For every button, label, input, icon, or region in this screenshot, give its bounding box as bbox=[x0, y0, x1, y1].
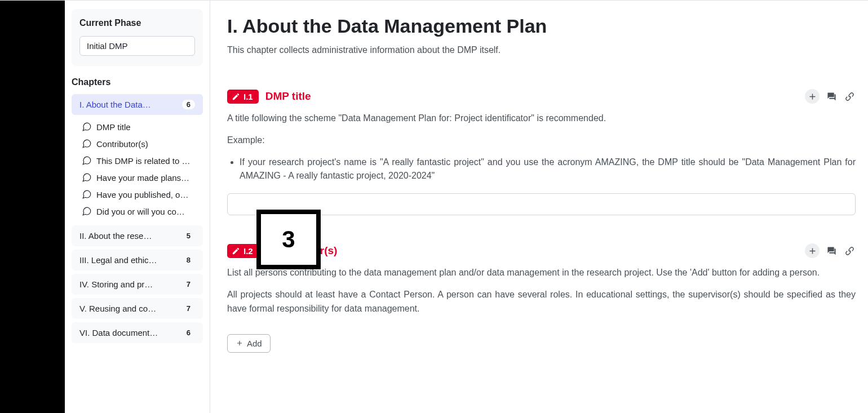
plus-icon bbox=[236, 339, 243, 347]
comment-icon bbox=[82, 172, 92, 183]
chapter-item-about-research[interactable]: II. About the rese… 5 bbox=[72, 225, 203, 246]
link-icon bbox=[845, 246, 854, 256]
comments-icon bbox=[827, 92, 836, 101]
question-number: I.2 bbox=[243, 246, 253, 256]
question-number-badge: I.1 bbox=[227, 90, 259, 104]
comment-icon bbox=[82, 122, 92, 132]
question-label: This DMP is related to … bbox=[96, 156, 200, 166]
pencil-icon bbox=[232, 92, 240, 101]
question-link-contributors[interactable]: Contributor(s) bbox=[72, 135, 203, 152]
phase-card: Current Phase Initial DMP bbox=[72, 9, 203, 66]
chapter-item-legal-ethics[interactable]: III. Legal and ethic… 8 bbox=[72, 250, 203, 270]
chapter-label: I. About the Data… bbox=[79, 100, 178, 109]
chapter-item-storing[interactable]: IV. Storing and pr… 7 bbox=[72, 274, 203, 295]
comments-button[interactable] bbox=[825, 245, 838, 257]
comment-icon bbox=[82, 206, 92, 216]
phase-select[interactable]: Initial DMP bbox=[79, 36, 195, 56]
add-todo-button[interactable] bbox=[805, 243, 820, 258]
comment-icon bbox=[82, 139, 92, 149]
chapter-description: This chapter collects administrative inf… bbox=[227, 45, 856, 55]
main-scroll[interactable]: I. About the Data Management Plan This c… bbox=[210, 1, 868, 413]
desc-li1: If your research project's name is "A re… bbox=[240, 156, 856, 184]
chapter-badge: 7 bbox=[182, 279, 195, 289]
chapters-label: Chapters bbox=[65, 77, 210, 87]
question-link-published[interactable]: Have you published, o… bbox=[72, 186, 203, 203]
question-header: I.2 Contributor(s) bbox=[227, 243, 856, 258]
question-label: Have you published, o… bbox=[96, 190, 200, 199]
chapter-label: V. Reusing and co… bbox=[79, 304, 178, 313]
question-link-dmp-title[interactable]: DMP title bbox=[72, 118, 203, 135]
chapter-label: IV. Storing and pr… bbox=[79, 279, 178, 289]
question-title: DMP title bbox=[265, 90, 311, 103]
chapter-label: VI. Data document… bbox=[79, 328, 178, 337]
question-link-related-to[interactable]: This DMP is related to … bbox=[72, 152, 203, 169]
question-number: I.1 bbox=[243, 92, 253, 101]
plus-icon bbox=[808, 246, 817, 256]
question-label: Contributor(s) bbox=[96, 139, 200, 149]
comment-icon bbox=[82, 156, 92, 166]
comments-icon bbox=[827, 246, 836, 256]
chapter-item-reusing[interactable]: V. Reusing and co… 7 bbox=[72, 298, 203, 319]
link-button[interactable] bbox=[843, 245, 856, 257]
page-title: I. About the Data Management Plan bbox=[227, 15, 856, 37]
question-label: Have your made plans… bbox=[96, 173, 200, 183]
link-icon bbox=[845, 92, 854, 101]
chapter-badge: 6 bbox=[182, 328, 195, 337]
add-contributor-button[interactable]: Add bbox=[227, 334, 271, 353]
plus-icon bbox=[808, 92, 817, 101]
dmp-title-input[interactable] bbox=[227, 193, 856, 215]
chapter-badge: 6 bbox=[182, 100, 195, 109]
main-content: I. About the Data Management Plan This c… bbox=[210, 1, 868, 403]
question-dmp-title: I.1 DMP title A title fol bbox=[227, 89, 856, 215]
question-description: A title following the scheme "Data Manag… bbox=[227, 112, 856, 183]
question-contributors: I.2 Contributor(s) List a bbox=[227, 243, 856, 352]
comment-icon bbox=[82, 189, 92, 199]
question-header: I.1 DMP title bbox=[227, 89, 856, 104]
desc-p1: A title following the scheme "Data Manag… bbox=[227, 112, 856, 126]
left-black-panel bbox=[0, 1, 65, 413]
question-label: DMP title bbox=[96, 122, 200, 132]
question-number-badge: I.2 bbox=[227, 244, 259, 258]
question-link-made-plans[interactable]: Have your made plans… bbox=[72, 169, 203, 186]
chapter-label: II. About the rese… bbox=[79, 231, 178, 241]
chapter-list: I. About the Data… 6 DMP title Contribut… bbox=[65, 94, 210, 343]
sidebar: Current Phase Initial DMP Chapters I. Ab… bbox=[65, 1, 210, 413]
chapter-badge: 8 bbox=[182, 255, 195, 265]
desc-p2: All projects should at least have a Cont… bbox=[227, 288, 856, 316]
chapter-badge: 5 bbox=[182, 231, 195, 241]
chapter-item-about-data[interactable]: I. About the Data… 6 bbox=[72, 94, 203, 115]
question-label: Did you or will you co… bbox=[96, 207, 200, 216]
comments-button[interactable] bbox=[825, 90, 838, 103]
pencil-icon bbox=[232, 247, 240, 255]
add-todo-button[interactable] bbox=[805, 89, 820, 104]
chapter-item-data-document[interactable]: VI. Data document… 6 bbox=[72, 322, 203, 343]
chapter-label: III. Legal and ethic… bbox=[79, 255, 178, 265]
desc-p1: List all persons contributing to the dat… bbox=[227, 266, 856, 280]
question-description: List all persons contributing to the dat… bbox=[227, 266, 856, 316]
question-sublist: DMP title Contributor(s) This DMP is rel… bbox=[72, 118, 203, 220]
link-button[interactable] bbox=[843, 90, 856, 103]
question-title: Contributor(s) bbox=[265, 245, 338, 257]
add-label: Add bbox=[247, 339, 262, 348]
question-actions bbox=[805, 243, 856, 258]
chapter-badge: 7 bbox=[182, 304, 195, 313]
question-link-contribute[interactable]: Did you or will you co… bbox=[72, 203, 203, 220]
question-actions bbox=[805, 89, 856, 104]
desc-p2: Example: bbox=[227, 134, 856, 148]
phase-label: Current Phase bbox=[79, 18, 195, 28]
